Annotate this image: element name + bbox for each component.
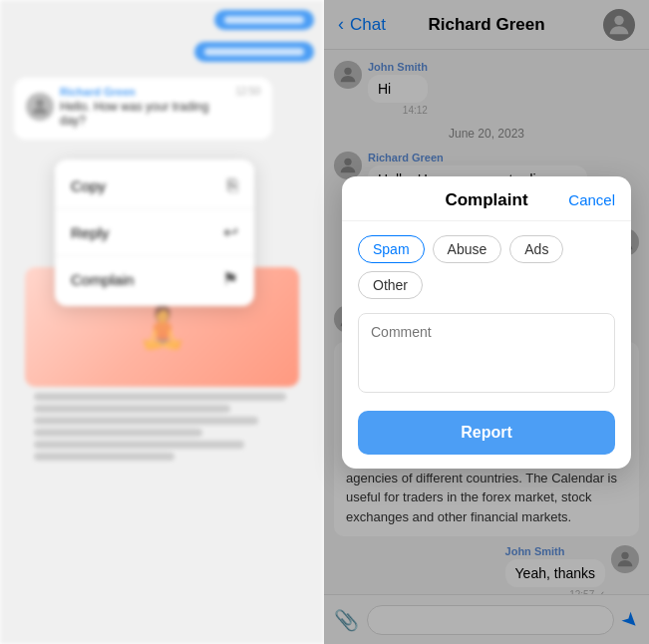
tag-ads[interactable]: Ads <box>509 235 563 263</box>
modal-body: Spam Abuse Ads Other Report <box>342 221 631 469</box>
context-reply[interactable]: Reply ↩ <box>55 209 254 256</box>
modal-cancel-button[interactable]: Cancel <box>565 191 615 208</box>
complaint-comment-input[interactable] <box>358 313 615 393</box>
modal-overlay: Complaint Cancel Spam Abuse Ads Other Re… <box>324 0 649 644</box>
complain-label: Complain <box>71 271 134 288</box>
report-button[interactable]: Report <box>358 411 615 455</box>
left-sender-name: Richard Green <box>60 86 229 98</box>
complaint-modal: Complaint Cancel Spam Abuse Ads Other Re… <box>342 176 631 469</box>
reply-icon: ↩ <box>223 221 238 243</box>
tag-abuse[interactable]: Abuse <box>433 235 502 263</box>
left-bubble-text: Hello. How was your trading day? <box>60 100 229 128</box>
tag-spam[interactable]: Spam <box>358 235 425 263</box>
modal-title: Complaint <box>408 190 565 210</box>
right-panel: ‹ Chat Richard Green John Smith Hi 14:12 <box>324 0 649 644</box>
complain-icon: ⚑ <box>222 268 238 290</box>
context-copy[interactable]: Copy ⎘ <box>55 163 254 209</box>
svg-point-0 <box>36 100 43 107</box>
context-complain[interactable]: Complain ⚑ <box>55 256 254 302</box>
reply-label: Reply <box>71 224 109 241</box>
complaint-tags: Spam Abuse Ads Other <box>358 235 615 299</box>
tag-other[interactable]: Other <box>358 271 423 299</box>
copy-icon: ⎘ <box>227 175 238 196</box>
left-panel: Richard Green Hello. How was your tradin… <box>0 0 324 644</box>
modal-header: Complaint Cancel <box>342 176 631 221</box>
copy-label: Copy <box>71 177 106 194</box>
context-menu: Copy ⎘ Reply ↩ Complain ⚑ <box>55 160 254 306</box>
left-bubble-time: 12:50 <box>235 86 260 97</box>
